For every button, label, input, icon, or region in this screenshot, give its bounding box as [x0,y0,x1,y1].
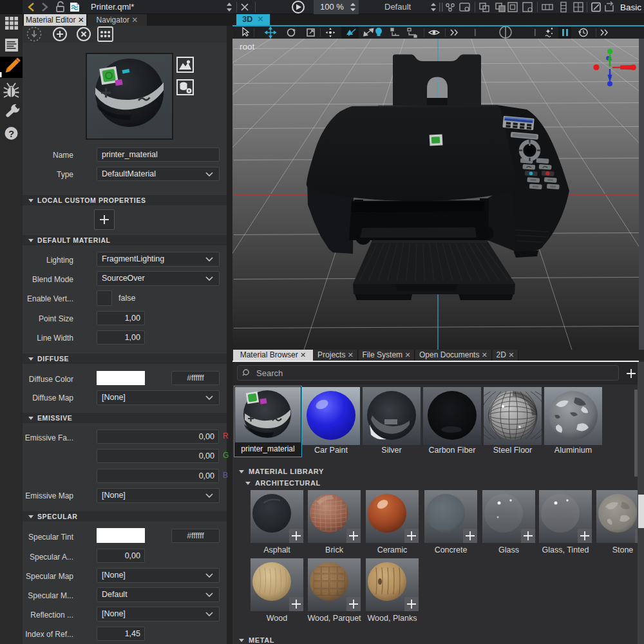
svg-text:Default: Default [384,2,412,12]
svg-text:root: root [240,42,255,52]
svg-text:?: ? [8,128,14,139]
svg-text:Printer.qml*: Printer.qml* [91,2,134,12]
svg-text:100 %: 100 % [320,2,344,12]
svg-text:Basic: Basic [620,3,641,12]
